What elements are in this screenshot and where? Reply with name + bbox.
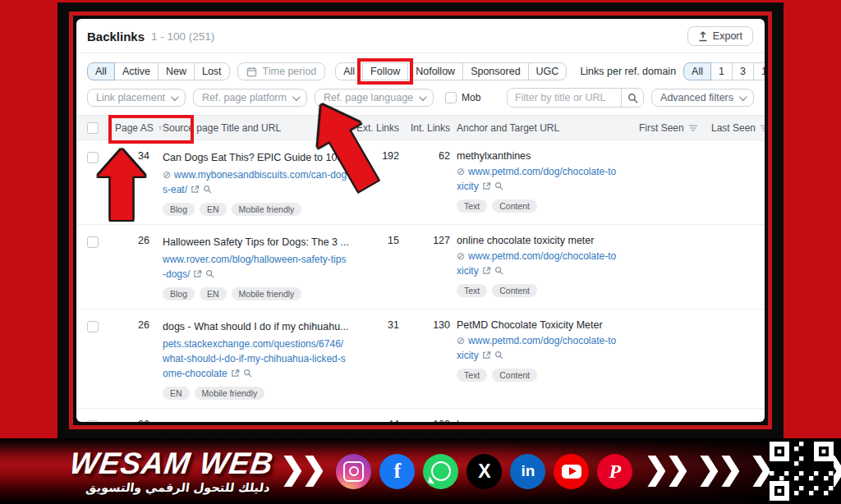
youtube-icon[interactable] [554, 454, 589, 489]
target-url[interactable]: ⊘www.petmd.com/dog/chocolate-toxicity [457, 164, 631, 194]
column-first-seen[interactable]: First Seen [639, 122, 711, 134]
filters-area: All Active New Lost Time period All [76, 53, 765, 115]
chevron-icon [721, 456, 739, 487]
facebook-icon[interactable]: f [379, 454, 415, 489]
filter-nofollow[interactable]: Nofollow [407, 62, 463, 80]
x-twitter-icon[interactable]: X [466, 454, 502, 489]
mob-checkbox[interactable] [445, 92, 457, 103]
instagram-icon[interactable] [336, 454, 371, 489]
external-link-icon[interactable] [231, 369, 240, 378]
badge: Mobile friendly [232, 203, 302, 216]
source-page-title[interactable]: dogs - What should I do if my chihuahu..… [163, 319, 360, 334]
row-checkbox[interactable] [87, 236, 99, 248]
filter-status-new[interactable]: New [158, 62, 195, 80]
magnifier-icon[interactable] [243, 369, 252, 378]
target-url[interactable]: ⊘www.petmd.com/dog/chocolate-toxicity [457, 333, 631, 363]
filter-follow[interactable]: Follow [362, 62, 408, 80]
advanced-filters-dropdown[interactable]: Advanced filters [651, 89, 754, 107]
chevron-icon [283, 456, 301, 487]
magnifier-icon[interactable] [494, 181, 503, 190]
table-body: 34 Can Dogs Eat This? EPIC Guide to 105 … [76, 140, 765, 422]
source-badges: BlogENMobile friendly [163, 203, 360, 216]
linkedin-icon[interactable]: in [510, 454, 545, 489]
table-row: 34 Can Dogs Eat This? EPIC Guide to 105 … [76, 140, 765, 225]
whatsapp-icon[interactable] [423, 454, 458, 489]
chevron-icon [700, 456, 718, 487]
links-per-domain-3[interactable]: 3 [732, 62, 754, 80]
row-checkbox[interactable] [87, 321, 99, 332]
filter-sponsored[interactable]: Sponsored [462, 62, 528, 80]
follow-label: Follow [370, 66, 400, 77]
title-url-filter [507, 88, 644, 108]
external-link-icon[interactable] [482, 351, 491, 360]
target-url[interactable]: ⊘www.petmd.com/dog/chocolate-toxicity [457, 249, 631, 278]
ref-page-platform-dropdown[interactable]: Ref. page platform [193, 89, 307, 107]
target-badges: TextContent [457, 369, 631, 382]
link-placement-dropdown[interactable]: Link placement [87, 89, 186, 107]
anchor-header-label: Anchor and Target URL [457, 122, 559, 134]
int-links-value: 127 [406, 235, 457, 246]
column-page-as[interactable]: Page AS [115, 122, 163, 134]
column-int-links[interactable]: Int. Links [406, 122, 457, 134]
stage: Backlinks 1 - 100 (251) Export All Activ… [0, 0, 841, 504]
badge: Text [457, 199, 487, 213]
sort-icon [760, 124, 765, 132]
table-row: 26 Halloween Safety Tips for Dogs: The 3… [76, 225, 765, 309]
badge: Mobile friendly [232, 287, 302, 300]
qr-code [769, 442, 834, 501]
wesam-web-logo: WESAM WEB دليلك للتحول الرقمي والتسويق [66, 448, 275, 494]
select-all-checkbox[interactable] [87, 122, 99, 134]
column-ext-links[interactable]: Ext. Links [360, 122, 406, 134]
links-per-domain-10[interactable]: 10 [753, 62, 765, 80]
source-page-url[interactable]: www.rover.com/blog/halloween-safety-tips… [163, 252, 360, 282]
magnifier-icon[interactable] [203, 185, 212, 194]
filter-input[interactable] [508, 89, 621, 107]
sort-icon [158, 124, 163, 132]
external-link-icon[interactable] [482, 181, 491, 190]
magnifier-icon[interactable] [494, 351, 503, 360]
link-placement-label: Link placement [96, 92, 165, 103]
source-page-title[interactable]: zoology - Why shouldn't dogs eat choc... [163, 419, 360, 422]
last-seen-header-label: Last Seen [711, 122, 756, 134]
external-link-icon[interactable] [191, 185, 200, 194]
target-badges: TextContent [457, 284, 631, 297]
magnifier-icon[interactable] [494, 266, 503, 275]
filter-status-lost[interactable]: Lost [194, 62, 230, 80]
row-checkbox[interactable] [87, 152, 99, 163]
badge: EN [200, 203, 227, 216]
chevron-down-icon [292, 93, 301, 101]
badge: Text [457, 369, 487, 382]
source-badges: ENMobile friendly [163, 387, 360, 400]
screenshot-frame: Backlinks 1 - 100 (251) Export All Activ… [57, 2, 784, 438]
links-per-domain-1[interactable]: 1 [710, 62, 733, 80]
time-period-label: Time period [263, 66, 317, 77]
backlinks-panel: Backlinks 1 - 100 (251) Export All Activ… [76, 19, 765, 422]
external-link-icon[interactable] [482, 266, 491, 275]
filter-status-active[interactable]: Active [114, 62, 159, 80]
filter-status-all[interactable]: All [87, 62, 115, 80]
source-page-url[interactable]: pets.stackexchange.com/questions/6746/wh… [163, 337, 360, 381]
int-links-value: 62 [406, 150, 457, 162]
pinterest-icon[interactable]: P [597, 454, 632, 489]
time-period-button[interactable]: Time period [237, 62, 326, 80]
magnifier-icon[interactable] [205, 269, 214, 278]
column-anchor[interactable]: Anchor and Target URL [457, 122, 639, 134]
badge: Blog [163, 203, 195, 216]
row-checkbox[interactable] [87, 420, 99, 422]
search-button[interactable] [621, 89, 643, 107]
filter-ugc[interactable]: UGC [528, 62, 568, 80]
external-link-icon[interactable] [193, 269, 202, 278]
chevrons-left [283, 456, 323, 487]
badge: Text [457, 284, 487, 297]
links-per-domain-all[interactable]: All [683, 62, 711, 80]
source-page-url[interactable]: ⊘www.mybonesandbiscuits.com/can-dogs-eat… [163, 167, 360, 197]
chevron-down-icon [419, 93, 427, 101]
badge: Blog [163, 287, 195, 300]
filter-follow-all[interactable]: All [335, 62, 363, 80]
source-page-title[interactable]: Halloween Safety Tips for Dogs: The 3 ..… [163, 235, 360, 250]
column-last-seen[interactable]: Last Seen [711, 122, 765, 134]
page-title: Backlinks [87, 30, 145, 44]
export-label: Export [713, 30, 742, 42]
export-button[interactable]: Export [687, 26, 753, 46]
ext-links-value: 44 [360, 419, 406, 422]
